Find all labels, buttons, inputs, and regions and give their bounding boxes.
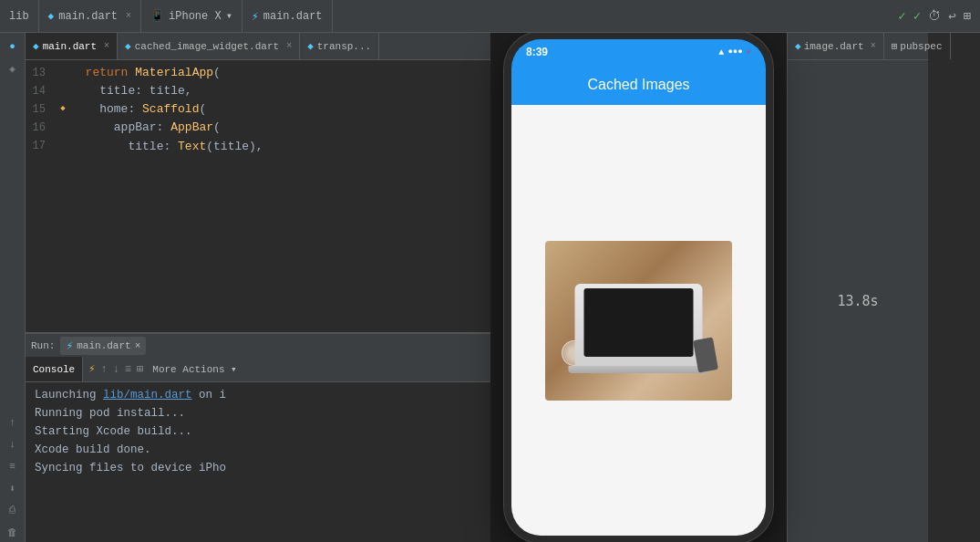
right-tab-pubspec-label: pubspec (900, 41, 942, 52)
sidebar-trash[interactable]: 🗑 (3, 522, 23, 542)
battery-low-icon: ⚡ (747, 47, 751, 57)
line-num-14: 14 (29, 83, 55, 100)
signal-icon: ●●● (727, 47, 742, 57)
console-line-2: Running pod install... (35, 404, 481, 422)
run-tab-main[interactable]: ⚡ main.dart × (60, 337, 146, 355)
laptop-screen (584, 288, 694, 357)
tab-main-dart-1-label: main.dart (58, 10, 118, 23)
pin-icon[interactable]: ⊞ (137, 362, 143, 376)
right-tab-image-dart-close[interactable]: × (871, 41, 876, 51)
sidebar-list[interactable]: ≡ (3, 456, 23, 476)
editor-tab-trans-label: transp... (317, 41, 371, 52)
line-gutter-breakpoint: ◆ (55, 103, 71, 116)
console-text-3: Starting Xcode build... (35, 425, 192, 438)
editor-tab-trans[interactable]: ◆ transp... (300, 33, 379, 59)
undo-btn[interactable]: ↩ (948, 8, 955, 24)
right-tab-bar: ◆ image.dart × ⊞ pubspec (788, 33, 928, 60)
check-alt-btn[interactable]: ✓ (913, 8, 921, 24)
tab-flutter-main-label: main.dart (263, 10, 323, 23)
check-green-btn[interactable]: ✓ (898, 8, 905, 24)
console-text-4: Xcode build done. (35, 443, 151, 456)
wrap-icon[interactable]: ≡ (125, 363, 131, 376)
code-editor: ◆ main.dart × ◆ cached_image_widget.dart… (26, 33, 490, 542)
code-line-13: 13 return MaterialApp( (26, 64, 490, 82)
line-num-15: 15 (29, 101, 55, 119)
line-num-13: 13 (29, 65, 55, 82)
sidebar-bookmark[interactable]: ◈ (3, 58, 23, 78)
right-tab-image-dart-label: image.dart (804, 41, 864, 52)
code-line-14: 14 title: title, (26, 82, 490, 100)
phone-status-bar: 8:39 ▲ ●●● ⚡ (511, 39, 766, 65)
timer-label: 13.8s (837, 293, 878, 309)
editor-tab-main-dart-label: main.dart (43, 41, 97, 52)
flutter-run-icon: ⚡ (66, 339, 73, 353)
dart-icon-right-1: ◆ (795, 40, 801, 52)
code-line-16: 16 appBar: AppBar( (26, 119, 490, 137)
status-icons: ▲ ●●● ⚡ (718, 47, 751, 57)
app-bar-title: Cached Images (587, 77, 689, 93)
right-content: 13.8s (788, 60, 928, 542)
iphone-dropdown-icon: ▾ (226, 9, 232, 23)
sidebar-down-arrow[interactable]: ↓ (3, 434, 23, 454)
dart-icon-editor-2: ◆ (125, 40, 131, 52)
line-content-15: home: Scaffold( (71, 100, 206, 119)
console-line-3: Starting Xcode build... (35, 422, 481, 441)
phone-frame: 8:39 ▲ ●●● ⚡ Cached Images (504, 33, 773, 542)
editor-tab-cached-label: cached_image_widget.dart (135, 41, 279, 52)
more-actions-btn[interactable]: More Actions ▾ (152, 363, 236, 375)
editor-tab-cached-close[interactable]: × (286, 41, 292, 51)
sidebar-print[interactable]: ⎙ (3, 500, 23, 520)
console-text-1b: on i (192, 389, 227, 401)
phone-simulator: 8:39 ▲ ●●● ⚡ Cached Images (490, 33, 787, 542)
editor-tab-main-dart[interactable]: ◆ main.dart × (26, 33, 118, 59)
laptop-base (568, 366, 709, 373)
scroll-down-icon[interactable]: ↓ (113, 363, 119, 376)
dart-icon-1: ◆ (48, 10, 55, 22)
console-line-1: Launching lib/main.dart on i (35, 386, 481, 404)
tab-iphone-label: iPhone X (169, 10, 222, 23)
editor-tab-bar: ◆ main.dart × ◆ cached_image_widget.dart… (26, 33, 490, 60)
desk-phone-item (693, 337, 718, 372)
console-text-1: Launching (35, 389, 103, 401)
tab-lib[interactable]: lib (0, 0, 39, 32)
run-tab-label: main.dart (77, 340, 130, 351)
line-content-13: return MaterialApp( (71, 64, 221, 82)
pubspec-grid-icon: ⊞ (892, 40, 898, 52)
cached-image (545, 241, 732, 401)
sidebar-breakpoint-active[interactable]: ● (3, 36, 23, 57)
code-content: 13 return MaterialApp( 14 title: title, … (26, 60, 490, 332)
editor-tab-cached[interactable]: ◆ cached_image_widget.dart × (118, 33, 300, 59)
line-content-14: title: title, (71, 82, 192, 100)
tab-main-dart-1-close[interactable]: × (126, 11, 131, 21)
line-content-16: appBar: AppBar( (71, 119, 221, 137)
console-text-2: Running pod install... (35, 407, 185, 420)
console-tab[interactable]: Console (26, 357, 83, 381)
tab-flutter-main[interactable]: ⚡ main.dart (242, 0, 333, 32)
right-tab-pubspec[interactable]: ⊞ pubspec (884, 33, 951, 59)
bottom-toolbar: ⚡ ↑ ↓ ≡ ⊞ More Actions ▾ (83, 362, 242, 376)
editor-tab-main-dart-close[interactable]: × (104, 41, 109, 51)
sidebar-download[interactable]: ⬇ (3, 478, 23, 498)
sidebar-up-arrow[interactable]: ↑ (3, 412, 23, 433)
bottom-panel: Run: ⚡ main.dart × Console ⚡ ↑ ↓ ≡ ⊞ (26, 332, 490, 542)
console-link-main[interactable]: lib/main.dart (103, 389, 192, 401)
clock-btn[interactable]: ⏱ (928, 9, 941, 24)
line-content-17: title: Text(title), (71, 138, 263, 156)
run-tab-close[interactable]: × (135, 340, 141, 351)
code-line-15: 15 ◆ home: Scaffold( (26, 100, 490, 119)
right-panel: ◆ image.dart × ⊞ pubspec 13.8s (787, 33, 928, 542)
tab-main-dart-1[interactable]: ◆ main.dart × (39, 0, 141, 32)
wifi-icon: ▲ (718, 47, 724, 57)
phone-icon: 📱 (150, 9, 164, 23)
tab-iphone[interactable]: 📱 iPhone X ▾ (141, 0, 242, 32)
console-content: Launching lib/main.dart on i Running pod… (26, 382, 490, 542)
line-num-16: 16 (29, 120, 55, 137)
scroll-up-icon[interactable]: ↑ (100, 363, 107, 376)
right-tab-image-dart[interactable]: ◆ image.dart × (788, 33, 884, 59)
console-text-5: Syncing files to device iPho (35, 462, 226, 474)
code-line-17: 17 title: Text(title), (26, 138, 490, 156)
grid-btn[interactable]: ⊞ (964, 8, 971, 24)
flutter-console-icon[interactable]: ⚡ (88, 362, 95, 376)
phone-app-bar: Cached Images (511, 65, 766, 105)
status-time: 8:39 (526, 46, 548, 58)
